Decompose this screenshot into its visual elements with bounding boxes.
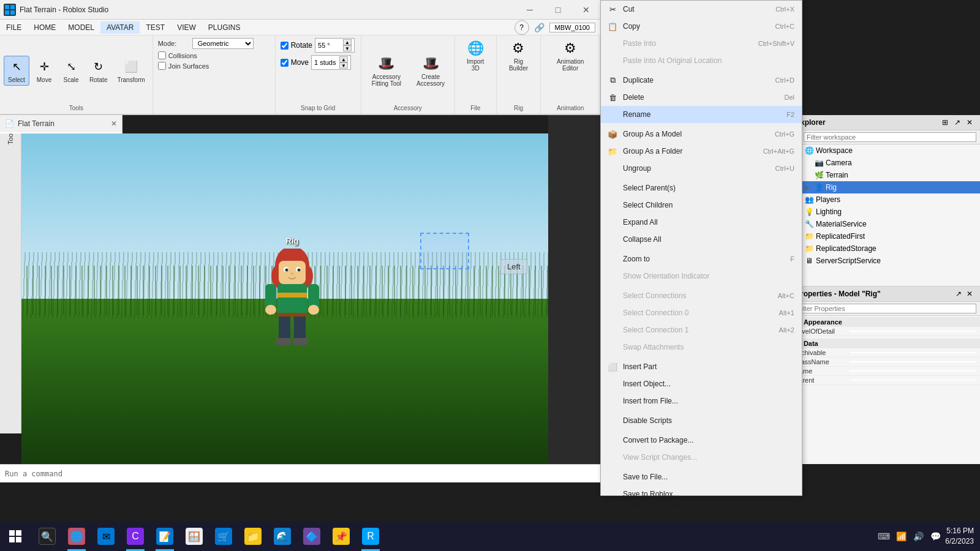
taskbar-mail[interactable]: ✉ [92, 522, 120, 551]
viewport[interactable]: Left Rig [21, 133, 548, 464]
collisions-checkbox[interactable] [158, 51, 166, 59]
maximize-button[interactable]: □ [544, 0, 572, 20]
join-surfaces-checkbox[interactable] [158, 62, 166, 70]
cm-duplicate[interactable]: ⧉ Duplicate Ctrl+D [601, 72, 802, 89]
cm-insert-object[interactable]: Insert Object... [601, 375, 802, 392]
scale-tool-button[interactable]: ⤡ Scale [59, 56, 83, 85]
cm-insert-from-file[interactable]: Insert from File... [601, 392, 802, 410]
explorer-filter-input[interactable] [804, 132, 976, 142]
import-3d-button[interactable]: 🌐 Import 3D [459, 38, 492, 73]
tree-serverscriptservice[interactable]: 🖥 ServerScriptService [791, 255, 980, 267]
toolbox-sidebar[interactable]: Toolbox [0, 115, 21, 433]
help-button[interactable]: ? [514, 20, 529, 35]
menu-avatar[interactable]: AVATAR [100, 21, 140, 34]
data-section-header[interactable]: ▼ Data [791, 339, 980, 348]
move-snap-input[interactable]: 1 studs ▲ ▼ [311, 55, 351, 70]
explorer-expand-button[interactable]: ⊞ [940, 117, 951, 128]
menu-home[interactable]: HOME [28, 21, 62, 34]
cm-save-to-roblox[interactable]: Save to Roblox... [601, 485, 802, 503]
cm-cut[interactable]: ✂ Cut Ctrl+X [601, 1, 802, 18]
taskbar-search[interactable]: 🔍 [33, 522, 61, 551]
explorer-popout-button[interactable]: ↗ [952, 117, 963, 128]
explorer-close-button[interactable]: ✕ [964, 117, 975, 128]
create-accessory-button[interactable]: 🎩 Create Accessory [410, 53, 451, 89]
cm-expand-all[interactable]: Expand All [601, 214, 802, 231]
tab-close-button[interactable]: ✕ [111, 119, 117, 128]
cm-delete[interactable]: 🗑 Delete Del [601, 89, 802, 106]
appearance-section-header[interactable]: ▼ Appearance [791, 317, 980, 327]
cm-save-local-plugin[interactable]: Save as Local Plugin... [601, 503, 802, 520]
rotate-down-btn[interactable]: ▼ [343, 45, 352, 51]
cm-disable-scripts[interactable]: Disable Scripts [601, 412, 802, 429]
prop-classname-value[interactable] [850, 361, 976, 362]
menu-view[interactable]: VIEW [171, 21, 202, 34]
cm-select-children[interactable]: Select Children [601, 197, 802, 214]
share-icon[interactable]: 🔗 [534, 23, 545, 32]
tray-sound-icon[interactable]: 🔊 [911, 529, 925, 544]
cm-save-to-file[interactable]: Save to File... [601, 468, 802, 485]
taskbar-store[interactable]: 🛒 [209, 522, 238, 551]
tray-keyboard-icon[interactable]: ⌨ [876, 529, 891, 544]
taskbar-edge[interactable]: 🌊 [268, 522, 296, 551]
rig-builder-button[interactable]: ⚙ Rig Builder [500, 38, 537, 73]
tree-terrain[interactable]: 🌿 Terrain [791, 169, 980, 181]
menu-test[interactable]: TEST [140, 21, 171, 34]
tray-network-icon[interactable]: 📶 [894, 529, 908, 544]
prop-parent-value[interactable] [850, 380, 976, 381]
commandbar[interactable]: Run a command [0, 464, 600, 482]
prop-archivable-value[interactable] [850, 352, 976, 353]
close-button[interactable]: ✕ [572, 0, 600, 20]
animation-editor-button[interactable]: ⚙ Animation Editor [545, 38, 596, 73]
minimize-button[interactable]: ─ [516, 0, 544, 20]
tree-camera[interactable]: 📷 Camera [791, 157, 980, 169]
cm-group-folder[interactable]: 📁 Group As a Folder Ctrl+Alt+G [601, 143, 802, 160]
tree-players[interactable]: ▶ 👥 Players [791, 193, 980, 206]
taskbar-vscode[interactable]: 📝 [151, 522, 179, 551]
prop-name-value[interactable] [850, 370, 976, 372]
move-down-btn[interactable]: ▼ [339, 62, 348, 69]
cm-select-parents[interactable]: Select Parent(s) [601, 179, 802, 197]
taskbar-time[interactable]: 5:16 PM 6/2/2023 [945, 526, 974, 547]
tree-materialsvc[interactable]: 🔧 MaterialService [791, 218, 980, 230]
tree-rig[interactable]: ▶ 👤 Rig [791, 181, 980, 193]
cm-insert-part[interactable]: ⬜ Insert Part [601, 358, 802, 375]
tree-replicatedfirst[interactable]: 📁 ReplicatedFirst [791, 230, 980, 242]
tree-replicatedstorage[interactable]: 📁 ReplicatedStorage [791, 242, 980, 255]
taskbar-canva[interactable]: C [121, 522, 149, 551]
properties-popout-button[interactable]: ↗ [953, 288, 964, 299]
move-up-btn[interactable]: ▲ [339, 56, 348, 62]
tree-workspace[interactable]: ▼ 🌐 Workspace [791, 144, 980, 157]
flat-terrain-tab[interactable]: 📄 Flat Terrain ✕ [0, 115, 123, 133]
move-snap-checkbox[interactable] [281, 59, 288, 67]
rotate-snap-checkbox[interactable] [281, 42, 288, 50]
taskbar-file-explorer[interactable]: 📁 [239, 522, 267, 551]
tray-notification-icon[interactable]: 💬 [928, 529, 943, 544]
tree-lighting[interactable]: ▶ 💡 Lighting [791, 206, 980, 218]
taskbar-sticky[interactable]: 📌 [327, 522, 355, 551]
select-tool-button[interactable]: ↖ Select [4, 56, 29, 86]
cm-collapse-all[interactable]: Collapse All [601, 231, 802, 248]
rotate-snap-input[interactable]: 55 ° ▲ ▼ [315, 38, 355, 53]
menu-model[interactable]: MODEL [62, 21, 100, 34]
prop-levelofdetail-value[interactable] [850, 331, 976, 332]
properties-close-button[interactable]: ✕ [964, 288, 975, 299]
taskbar-microsoft[interactable]: 🪟 [180, 522, 208, 551]
menu-plugins[interactable]: PLUGINS [202, 21, 247, 34]
cm-ungroup[interactable]: Ungroup Ctrl+U [601, 160, 802, 177]
cm-convert-package[interactable]: Convert to Package... [601, 432, 802, 449]
rotate-tool-button[interactable]: ↻ Rotate [86, 56, 111, 85]
transform-tool-button[interactable]: ⬜ Transform [113, 56, 148, 85]
accessory-fitting-button[interactable]: 🎩 Accessory Fitting Tool [365, 53, 409, 89]
rotate-up-btn[interactable]: ▲ [343, 39, 352, 45]
start-button[interactable] [0, 522, 31, 551]
cm-rename[interactable]: Rename F2 [601, 106, 802, 123]
mode-select[interactable]: Geometric Physical [192, 38, 254, 49]
cm-zoom-to[interactable]: Zoom to F [601, 250, 802, 268]
properties-filter-input[interactable] [794, 304, 976, 313]
cm-group-model[interactable]: 📦 Group As a Model Ctrl+G [601, 126, 802, 143]
taskbar-chrome[interactable]: 🌐 [62, 522, 91, 551]
move-tool-button[interactable]: ✛ Move [32, 56, 56, 85]
cm-copy[interactable]: 📋 Copy Ctrl+C [601, 18, 802, 35]
menu-file[interactable]: FILE [0, 21, 28, 34]
taskbar-visual-studio[interactable]: 🔷 [298, 522, 326, 551]
